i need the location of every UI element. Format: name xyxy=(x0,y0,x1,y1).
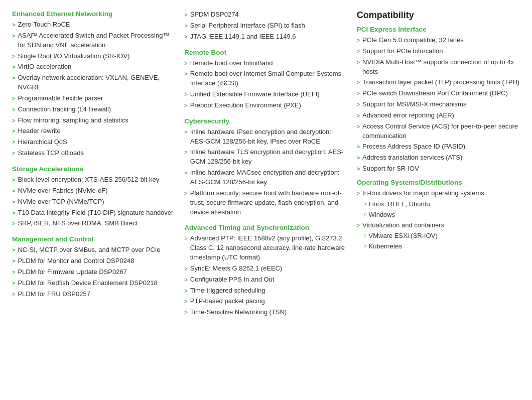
list-item: >Platform security: secure boot with har… xyxy=(184,189,347,217)
item-text: Time-Sensitive Networking (TSN) xyxy=(190,308,287,317)
item-text: Process Address Space ID (PASID) xyxy=(362,142,465,152)
item-text: JTAG IEEE 1149.1 and IEEE 1149.6 xyxy=(190,32,296,42)
item-text: Header rewrite xyxy=(18,126,60,136)
list-item: >Unified Extensible Firmware Interface (… xyxy=(184,90,347,99)
item-text: Time-triggered scheduling xyxy=(190,286,265,296)
arrow-icon: > xyxy=(184,22,187,30)
item-text: PCIe switch Downstream Port Containment … xyxy=(362,89,508,98)
compatibility-title: Compatibility xyxy=(357,10,520,21)
section-list-debug-programming: >SPDM DSP0274>Serial Peripheral Interfac… xyxy=(184,10,347,42)
section-list-storage-accelerations: >Block-level encryption: XTS-AES 256/512… xyxy=(12,175,175,228)
sub-list-item: >VMware ESXi (SR-IOV) xyxy=(364,231,520,241)
list-item: >Single Root I/O Virtualization (SR-IOV) xyxy=(12,52,175,61)
sub-item-text: Windows xyxy=(369,210,395,220)
list-item: >NVMe over Fabrics (NVMe-oF) xyxy=(12,186,175,196)
sub-item-text: VMware ESXi (SR-IOV) xyxy=(369,231,438,241)
arrow-icon: > xyxy=(184,102,187,110)
list-item: >T10 Data Integrity Field (T10-DIF) sign… xyxy=(12,208,175,218)
column-1: Enhanced Ethernet Networking>Zero-Touch … xyxy=(12,10,184,300)
list-item: >Process Address Space ID (PASID) xyxy=(357,142,520,152)
list-item: >Stateless TCP offloads xyxy=(12,149,175,158)
item-text: NVMe over TCP (NVMe/TCP) xyxy=(18,197,104,207)
arrow-icon: > xyxy=(12,246,15,254)
list-item: >NVIDIA Multi-Host™ supports connection … xyxy=(357,58,520,77)
list-item: >PLDM for Firmware Update DSP0267 xyxy=(12,268,175,277)
item-text: Transaction layer packet (TLP) processin… xyxy=(362,78,519,87)
arrow-icon: > xyxy=(12,53,15,61)
list-item: >Remote boot over Internet Small Compute… xyxy=(184,69,347,88)
item-text: Hierarchical QoS xyxy=(18,138,67,147)
item-text: Support for PCIe bifurcation xyxy=(362,47,443,56)
sub-list-item: >Kubernetes xyxy=(364,242,520,251)
item-text: Flow mirroring, sampling and statistics xyxy=(18,116,128,125)
item-text: PLDM for Redfish Device Enablement DSP02… xyxy=(18,279,157,288)
list-item: >PLDM for FRU DSP0257 xyxy=(12,290,175,299)
list-item: >Virtualization and containers xyxy=(357,221,520,230)
list-item: >Inline hardware MACsec encryption and d… xyxy=(184,168,347,187)
list-item: >Hierarchical QoS xyxy=(12,138,175,147)
sub-arrow-icon: > xyxy=(364,243,367,250)
list-item: >PCIe switch Downstream Port Containment… xyxy=(357,89,520,98)
item-text: Inline hardware IPsec encryption and dec… xyxy=(190,127,348,147)
item-text: SPDM DSP0274 xyxy=(190,10,239,20)
item-text: Support for SR-IOV xyxy=(362,164,419,174)
list-item: >Advanced error reporting (AER) xyxy=(357,111,520,120)
arrow-icon: > xyxy=(184,276,187,284)
section-title-storage-accelerations: Storage Accelerations xyxy=(12,165,175,173)
list-item: >Support for PCIe bifurcation xyxy=(357,47,520,56)
item-text: Preboot Execution Environment (PXE) xyxy=(190,101,301,110)
item-text: Remote boot over InfiniBand xyxy=(190,59,273,68)
sub-arrow-icon: > xyxy=(364,211,367,219)
item-text: Virtualization and containers xyxy=(362,221,444,230)
section-list-cybersecurity: >Inline hardware IPsec encryption and de… xyxy=(184,127,347,217)
arrow-icon: > xyxy=(12,21,15,29)
item-text: Address translation services (ATS) xyxy=(362,153,462,163)
arrow-icon: > xyxy=(12,74,15,82)
section-list-os-distributions: >In-box drivers for major operating syst… xyxy=(357,189,520,251)
item-text: Configurable PPS In and Out xyxy=(190,275,275,285)
arrow-icon: > xyxy=(357,59,360,67)
list-item: >Support for SR-IOV xyxy=(357,164,520,174)
arrow-icon: > xyxy=(357,165,360,173)
list-item: >JTAG IEEE 1149.1 and IEEE 1149.6 xyxy=(184,32,347,42)
arrow-icon: > xyxy=(12,269,15,277)
arrow-icon: > xyxy=(12,150,15,158)
arrow-icon: > xyxy=(184,128,187,137)
column-3: CompatibilityPCI Express Interface>PCIe … xyxy=(357,10,520,252)
list-item: >Address translation services (ATS) xyxy=(357,153,520,163)
arrow-icon: > xyxy=(12,139,15,147)
arrow-icon: > xyxy=(12,198,15,206)
main-content: Enhanced Ethernet Networking>Zero-Touch … xyxy=(12,10,520,319)
arrow-icon: > xyxy=(12,32,15,40)
item-text: Connection tracking (L4 firewall) xyxy=(18,105,111,114)
list-item: >PTP-based packet pacing xyxy=(184,297,347,306)
arrow-icon: > xyxy=(184,190,187,198)
list-item: >Header rewrite xyxy=(12,126,175,136)
list-item: >NC-SI, MCTP over SMBus, and MCTP over P… xyxy=(12,245,175,255)
section-title-pcie-interface: PCI Express Interface xyxy=(357,26,520,33)
arrow-icon: > xyxy=(184,287,187,295)
list-item: >PCIe Gen 5.0 compatible, 32 lanes xyxy=(357,36,520,45)
sub-arrow-icon: > xyxy=(364,232,367,240)
sub-list-item: >Windows xyxy=(364,210,520,220)
arrow-icon: > xyxy=(357,79,360,87)
arrow-icon: > xyxy=(12,176,15,184)
list-item: >NVMe over TCP (NVMe/TCP) xyxy=(12,197,175,207)
item-text: NC-SI, MCTP over SMBus, and MCTP over PC… xyxy=(18,245,160,255)
item-text: Zero-Touch RoCE xyxy=(18,20,70,30)
arrow-icon: > xyxy=(184,33,187,41)
item-text: NVMe over Fabrics (NVMe-oF) xyxy=(18,186,107,196)
list-item: >Programmable flexible parser xyxy=(12,94,175,103)
sub-list: >Linux: RHEL, Ubuntu>Windows xyxy=(357,200,520,220)
arrow-icon: > xyxy=(12,257,15,265)
item-text: PCIe Gen 5.0 compatible, 32 lanes xyxy=(362,36,464,45)
arrow-icon: > xyxy=(357,123,360,131)
arrow-icon: > xyxy=(184,169,187,177)
item-text: ASAP² Accelerated Switch and Packet Proc… xyxy=(18,31,175,50)
item-text: SyncE: Meets G.8262.1 (eEEC) xyxy=(190,264,283,274)
arrow-icon: > xyxy=(184,11,187,19)
list-item: >Zero-Touch RoCE xyxy=(12,20,175,30)
arrow-icon: > xyxy=(357,143,360,151)
item-text: Support for MSI/MSI-X mechanisms xyxy=(362,100,466,109)
list-item: >Access Control Service (ACS) for peer-t… xyxy=(357,122,520,141)
